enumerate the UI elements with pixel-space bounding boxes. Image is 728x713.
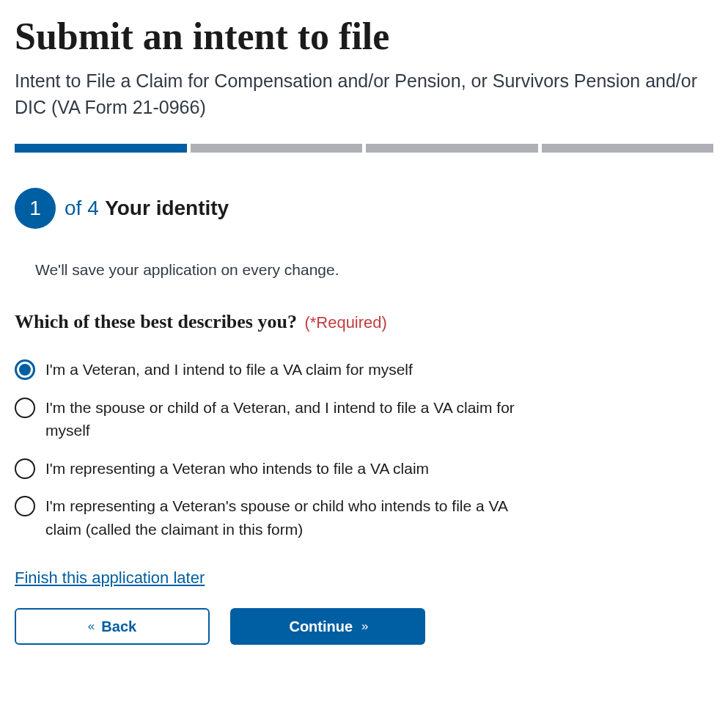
question-legend: Which of these best describes you? [15, 311, 297, 332]
chevron-left-icon: « [88, 619, 92, 634]
step-of-text: of 4 [65, 197, 99, 219]
continue-button-label: Continue [289, 618, 353, 635]
autosave-note: We'll save your application on every cha… [35, 261, 713, 279]
radio-button-icon [15, 359, 35, 380]
page-title: Submit an intent to file [15, 15, 713, 59]
radio-option-representing-veteran[interactable]: I'm representing a Veteran who intends t… [15, 450, 528, 488]
radio-button-icon [15, 496, 35, 516]
step-title: Your identity [105, 197, 229, 219]
radio-option-veteran-self[interactable]: I'm a Veteran, and I intend to file a VA… [15, 351, 528, 389]
chevron-right-icon: » [361, 619, 366, 634]
continue-button[interactable]: Continue » [230, 608, 425, 645]
radio-label: I'm a Veteran, and I intend to file a VA… [45, 358, 413, 381]
radio-button-icon [15, 458, 35, 479]
progress-segment-2 [191, 144, 363, 153]
navigation-buttons: « Back Continue » [15, 608, 713, 645]
radio-option-representing-spouse-child[interactable]: I'm representing a Veteran's spouse or c… [15, 487, 528, 548]
radio-button-icon [15, 398, 35, 418]
step-number-circle: 1 [15, 188, 56, 229]
back-button[interactable]: « Back [15, 608, 210, 645]
finish-later-link[interactable]: Finish this application later [15, 568, 205, 588]
progress-segment-3 [366, 144, 538, 153]
back-button-label: Back [101, 618, 136, 635]
step-header: 1 of 4 Your identity [15, 188, 713, 229]
progress-segment-4 [542, 144, 714, 153]
page-subtitle: Intent to File a Claim for Compensation … [15, 67, 713, 121]
progress-segment-1 [15, 144, 187, 153]
radio-option-spouse-child-self[interactable]: I'm the spouse or child of a Veteran, an… [15, 389, 528, 450]
radio-label: I'm representing a Veteran who intends t… [45, 457, 429, 480]
progress-bar [15, 144, 713, 153]
required-indicator: (*Required) [304, 313, 387, 332]
radio-label: I'm the spouse or child of a Veteran, an… [45, 396, 528, 442]
radio-label: I'm representing a Veteran's spouse or c… [45, 494, 528, 541]
radio-group-identity: I'm a Veteran, and I intend to file a VA… [15, 351, 713, 548]
